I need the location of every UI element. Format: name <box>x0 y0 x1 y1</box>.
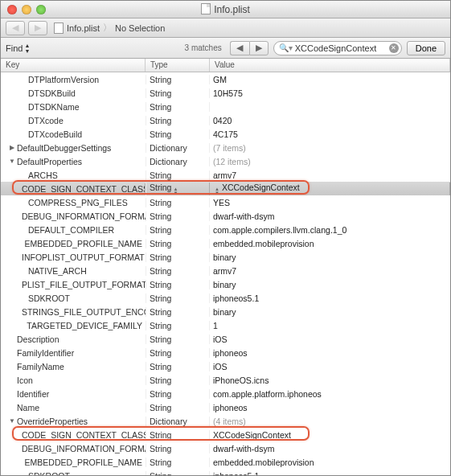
table-row[interactable]: STRINGS_FILE_OUTPUT_ENCODINGStringbinary <box>1 305 450 318</box>
table-row[interactable]: TARGETED_DEVICE_FAMILYString1 <box>1 318 450 332</box>
table-row[interactable]: ▼DefaultPropertiesDictionary(12 items) <box>1 154 450 168</box>
value-cell[interactable]: iphoneos <box>210 348 450 358</box>
table-row[interactable]: FamilyIdentifierStringiphoneos <box>1 346 450 359</box>
key-cell[interactable]: Icon <box>1 375 146 385</box>
value-cell[interactable]: binary <box>210 280 450 289</box>
value-cell[interactable]: binary <box>210 307 450 317</box>
value-cell[interactable]: com.apple.platform.iphoneos <box>210 389 450 399</box>
key-cell[interactable]: CODE_SIGN_CONTEXT_CLASS−+ <box>1 183 146 194</box>
table-row[interactable]: IdentifierStringcom.apple.platform.iphon… <box>1 387 450 400</box>
disclosure-down-icon[interactable]: ▼ <box>9 158 15 165</box>
breadcrumb[interactable]: Info.plist 〉 No Selection <box>54 22 165 34</box>
value-cell[interactable]: YES <box>210 198 450 207</box>
table-row[interactable]: FamilyNameStringiOS <box>1 359 450 373</box>
type-cell[interactable]: String <box>146 211 210 221</box>
key-cell[interactable]: ▼DefaultProperties <box>1 157 146 166</box>
table-row[interactable]: DTPlatformVersionStringGM <box>1 72 450 86</box>
type-cell[interactable]: String▲▼ <box>146 183 210 195</box>
column-value[interactable]: Value <box>210 59 450 72</box>
key-cell[interactable]: CODE_SIGN_CONTEXT_CLASS <box>1 430 146 440</box>
type-cell[interactable]: String <box>146 471 210 476</box>
type-cell[interactable]: String <box>146 75 210 84</box>
key-cell[interactable]: Identifier <box>1 389 146 399</box>
type-cell[interactable]: String <box>146 266 210 276</box>
value-cell[interactable]: embedded.mobileprovision <box>210 239 450 248</box>
key-cell[interactable]: STRINGS_FILE_OUTPUT_ENCODING <box>1 307 146 317</box>
table-row[interactable]: CODE_SIGN_CONTEXT_CLASSStringXCCodeSignC… <box>1 428 450 441</box>
find-next-button[interactable]: ▶ <box>249 41 269 55</box>
key-cell[interactable]: DEBUG_INFORMATION_FORMAT <box>1 211 146 221</box>
key-cell[interactable]: FamilyIdentifier <box>1 348 146 358</box>
key-cell[interactable]: ARCHS <box>1 170 146 180</box>
plist-outline[interactable]: DTPlatformVersionStringGMDTSDKBuildStrin… <box>1 72 450 475</box>
table-row[interactable]: DEFAULT_COMPILERStringcom.apple.compiler… <box>1 223 450 236</box>
table-row[interactable]: PLIST_FILE_OUTPUT_FORMATStringbinary <box>1 277 450 291</box>
table-row[interactable]: DescriptionStringiOS <box>1 332 450 346</box>
value-cell[interactable]: 4C175 <box>210 129 450 139</box>
value-cell[interactable]: dwarf-with-dsym <box>210 444 450 453</box>
value-stepper-icon[interactable]: ▲▼ <box>215 187 219 195</box>
table-row[interactable]: CODE_SIGN_CONTEXT_CLASS−+String▲▼▲▼ XCCo… <box>1 182 450 195</box>
type-cell[interactable]: String <box>146 293 210 303</box>
value-cell[interactable]: ▲▼ XCCodeSignContext <box>210 183 450 195</box>
key-cell[interactable]: FamilyName <box>1 362 146 371</box>
done-button[interactable]: Done <box>407 41 445 55</box>
type-cell[interactable]: String <box>146 389 210 399</box>
breadcrumb-file[interactable]: Info.plist <box>67 23 100 33</box>
find-menu[interactable]: Find ▲▼ <box>6 43 30 54</box>
key-cell[interactable]: DTXcodeBuild <box>1 129 146 139</box>
type-cell[interactable]: String <box>146 239 210 248</box>
table-row[interactable]: DEBUG_INFORMATION_FORMATStringdwarf-with… <box>1 441 450 455</box>
key-cell[interactable]: DEBUG_INFORMATION_FORMAT <box>1 444 146 453</box>
table-row[interactable]: INFOPLIST_OUTPUT_FORMATStringbinary <box>1 250 450 264</box>
key-cell[interactable]: SDKROOT <box>1 471 146 476</box>
type-cell[interactable]: String <box>146 334 210 344</box>
value-cell[interactable]: XCCodeSignContext <box>210 430 450 440</box>
key-cell[interactable]: DTPlatformVersion <box>1 75 146 84</box>
value-cell[interactable]: (7 items) <box>210 143 450 153</box>
type-cell[interactable]: String <box>146 225 210 235</box>
type-cell[interactable]: Dictionary <box>146 143 210 153</box>
type-cell[interactable]: String <box>146 102 210 112</box>
key-cell[interactable]: DEFAULT_COMPILER <box>1 225 146 235</box>
type-cell[interactable]: String <box>146 129 210 139</box>
forward-button[interactable]: ▶ <box>28 21 47 35</box>
value-cell[interactable]: iPhoneOS.icns <box>210 375 450 385</box>
value-cell[interactable]: com.apple.compilers.llvm.clang.1_0 <box>210 225 450 235</box>
table-row[interactable]: SDKROOTStringiphoneos5.1 <box>1 291 450 305</box>
type-cell[interactable]: String <box>146 307 210 317</box>
key-cell[interactable]: ▼OverrideProperties <box>1 416 146 426</box>
type-cell[interactable]: String <box>146 403 210 412</box>
type-cell[interactable]: String <box>146 116 210 125</box>
type-cell[interactable]: String <box>146 458 210 467</box>
table-row[interactable]: NATIVE_ARCHStringarmv7 <box>1 264 450 277</box>
value-cell[interactable]: armv7 <box>210 266 450 276</box>
table-row[interactable]: DTXcodeString0420 <box>1 113 450 127</box>
type-cell[interactable]: String <box>146 88 210 98</box>
value-cell[interactable]: binary <box>210 252 450 262</box>
key-cell[interactable]: ▶DefaultDebuggerSettings <box>1 143 146 153</box>
table-row[interactable]: NameStringiphoneos <box>1 400 450 414</box>
table-row[interactable]: COMPRESS_PNG_FILESStringYES <box>1 195 450 209</box>
search-field[interactable]: 🔍▾ XCCodeSignContext ✕ <box>273 41 402 55</box>
type-cell[interactable]: String <box>146 252 210 262</box>
value-cell[interactable]: iphoneos <box>210 403 450 412</box>
table-row[interactable]: DTXcodeBuildString4C175 <box>1 127 450 141</box>
value-cell[interactable]: armv7 <box>210 170 450 180</box>
key-cell[interactable]: PLIST_FILE_OUTPUT_FORMAT <box>1 280 146 289</box>
type-cell[interactable]: Dictionary <box>146 416 210 426</box>
key-cell[interactable]: DTSDKName <box>1 102 146 112</box>
value-cell[interactable]: embedded.mobileprovision <box>210 458 450 467</box>
type-cell[interactable]: String <box>146 375 210 385</box>
table-row[interactable]: ▼OverridePropertiesDictionary(4 items) <box>1 414 450 428</box>
value-cell[interactable]: 0420 <box>210 116 450 125</box>
key-cell[interactable]: EMBEDDED_PROFILE_NAME <box>1 458 146 467</box>
key-cell[interactable]: DTXcode <box>1 116 146 125</box>
value-cell[interactable]: 10H575 <box>210 88 450 98</box>
table-row[interactable]: ▶DefaultDebuggerSettingsDictionary(7 ite… <box>1 141 450 154</box>
value-cell[interactable]: iphoneos5.1 <box>210 471 450 476</box>
type-cell[interactable]: String <box>146 198 210 207</box>
table-row[interactable]: ARCHSStringarmv7 <box>1 168 450 182</box>
key-cell[interactable]: NATIVE_ARCH <box>1 266 146 276</box>
key-cell[interactable]: INFOPLIST_OUTPUT_FORMAT <box>1 252 146 262</box>
